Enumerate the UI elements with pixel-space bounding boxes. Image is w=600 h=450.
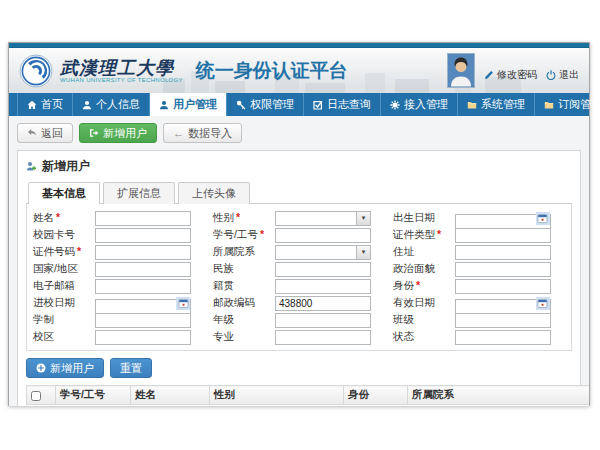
form-field: 证件号码* — [29, 245, 209, 260]
nav-item-label: 个人信息 — [96, 97, 140, 112]
field-label: 所属院系 — [213, 245, 255, 259]
required-asterisk: * — [77, 245, 81, 259]
nav-item-permission-management[interactable]: 权限管理 — [227, 93, 304, 116]
form-row: 国家/地区民族政治面貌 — [29, 261, 569, 277]
main-nav: 首页个人信息用户管理权限管理日志查询接入管理系统管理订阅管理 — [9, 93, 589, 116]
table-row — [27, 405, 590, 407]
required-asterisk: * — [236, 211, 240, 225]
political-status-input[interactable] — [455, 262, 551, 277]
column-header: 所属院系 — [408, 386, 590, 405]
form-row: 校区专业状态 — [29, 329, 569, 345]
status-input[interactable] — [455, 330, 551, 345]
form-field: 邮政编码 — [209, 296, 389, 311]
identity-input[interactable] — [455, 279, 551, 294]
calendar-icon[interactable] — [536, 297, 550, 310]
nav-item-label: 订阅管理 — [558, 97, 600, 112]
platform-title: 统一身份认证平台 — [196, 58, 348, 84]
select-all-checkbox[interactable] — [31, 391, 41, 401]
folder-icon — [544, 100, 554, 110]
form-field: 进校日期 — [29, 296, 209, 311]
form-field: 姓名* — [29, 211, 209, 226]
data-import-button[interactable]: ← 数据导入 — [163, 123, 242, 143]
field-label: 姓名 — [33, 211, 54, 225]
tab-extended-info[interactable]: 扩展信息 — [103, 182, 175, 204]
ethnicity-input[interactable] — [275, 262, 371, 277]
schooling-length-input[interactable] — [95, 313, 191, 328]
field-label: 出生日期 — [393, 211, 435, 225]
field-label: 政治面貌 — [393, 262, 435, 276]
form-row: 学制年级班级 — [29, 312, 569, 328]
campus-input[interactable] — [95, 330, 191, 345]
form-field: 证件类型* — [389, 228, 569, 243]
field-label: 进校日期 — [33, 296, 75, 310]
email-input[interactable] — [95, 279, 191, 294]
change-password-link[interactable]: 修改密码 — [484, 68, 537, 82]
nav-item-home[interactable]: 首页 — [17, 93, 73, 116]
address-input[interactable] — [455, 245, 551, 260]
tab-basic-info[interactable]: 基本信息 — [28, 182, 100, 204]
class-input[interactable] — [455, 313, 551, 328]
department-select[interactable]: ▾ — [275, 245, 371, 260]
field-label: 证件号码 — [33, 245, 75, 259]
field-label: 有效日期 — [393, 296, 435, 310]
header-user-area: 修改密码 退出 — [447, 53, 579, 88]
form-field: 专业 — [209, 330, 389, 345]
nav-item-label: 日志查询 — [327, 97, 371, 112]
university-logo-icon — [19, 54, 53, 88]
form-row: 校园卡号学号/工号*证件类型* — [29, 227, 569, 243]
nav-item-profile[interactable]: 个人信息 — [73, 93, 150, 116]
form-row: 电子邮箱籍贯身份* — [29, 278, 569, 294]
change-password-label: 修改密码 — [497, 68, 537, 82]
entry-date-input-wrapper — [95, 296, 191, 311]
reset-button[interactable]: 重置 — [110, 358, 152, 378]
nav-item-subscription-management[interactable]: 订阅管理 — [535, 93, 600, 116]
id-number-input[interactable] — [95, 245, 191, 260]
nav-item-label: 系统管理 — [481, 97, 525, 112]
avatar-photo — [448, 54, 474, 87]
field-label: 电子邮箱 — [33, 279, 75, 293]
field-label: 专业 — [213, 330, 234, 344]
student-id-input[interactable] — [275, 228, 371, 243]
major-input[interactable] — [275, 330, 371, 345]
calendar-icon[interactable] — [536, 212, 550, 225]
gear-icon — [390, 100, 400, 110]
form-field: 年级 — [209, 313, 389, 328]
field-label: 民族 — [213, 262, 234, 276]
university-title-block: 武漢理工大學 WUHAN UNIVERSITY OF TECHNOLOGY — [60, 58, 183, 83]
key-icon — [236, 100, 246, 110]
select-all-header — [27, 386, 56, 405]
header: 武漢理工大學 WUHAN UNIVERSITY OF TECHNOLOGY 统一… — [9, 48, 589, 93]
tab-bar: 基本信息扩展信息上传头像 — [26, 181, 572, 204]
column-header: 姓名 — [131, 386, 210, 405]
back-button[interactable]: 返回 — [17, 123, 73, 143]
toolbar: 返回 新增用户 ← 数据导入 — [17, 123, 581, 143]
avatar[interactable] — [447, 53, 475, 88]
column-header: 学号/工号 — [56, 386, 131, 405]
form-field: 状态 — [389, 330, 569, 345]
country-region-input[interactable] — [95, 262, 191, 277]
logout-link[interactable]: 退出 — [546, 68, 579, 82]
form-field: 班级 — [389, 313, 569, 328]
id-type-input[interactable] — [455, 228, 551, 243]
form-field: 住址 — [389, 245, 569, 260]
new-user-toolbar-button[interactable]: 新增用户 — [79, 123, 157, 143]
name-input[interactable] — [95, 211, 191, 226]
calendar-icon[interactable] — [176, 297, 190, 310]
form-field: 校园卡号 — [29, 228, 209, 243]
postal-code-input[interactable] — [275, 296, 371, 311]
nav-item-access-management[interactable]: 接入管理 — [381, 93, 458, 116]
gender-select[interactable]: ▾ — [275, 211, 371, 226]
grade-input[interactable] — [275, 313, 371, 328]
form-row: 进校日期邮政编码有效日期 — [29, 295, 569, 311]
nav-item-log-query[interactable]: 日志查询 — [304, 93, 381, 116]
form-field: 民族 — [209, 262, 389, 277]
tab-upload-avatar[interactable]: 上传头像 — [178, 182, 250, 204]
submit-new-user-button[interactable]: 新增用户 — [26, 358, 104, 378]
nav-item-user-management[interactable]: 用户管理 — [150, 93, 227, 116]
nav-item-system-management[interactable]: 系统管理 — [458, 93, 535, 116]
field-label: 邮政编码 — [213, 296, 255, 310]
native-place-input[interactable] — [275, 279, 371, 294]
content-area: 返回 新增用户 ← 数据导入 新增用户 — [9, 116, 589, 406]
required-asterisk: * — [416, 279, 420, 293]
campus-card-input[interactable] — [95, 228, 191, 243]
